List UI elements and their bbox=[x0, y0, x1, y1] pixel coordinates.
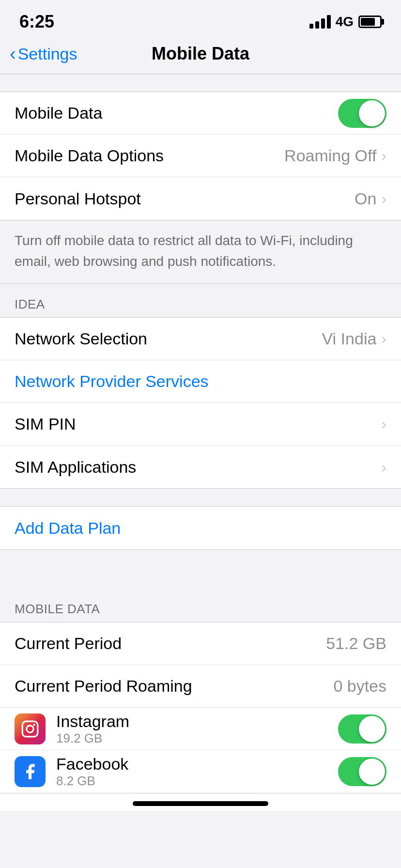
current-period-row: Current Period 51.2 GB bbox=[0, 622, 401, 665]
network-selection-row[interactable]: Network Selection Vi India › bbox=[0, 318, 401, 360]
current-period-amount: 51.2 GB bbox=[326, 634, 386, 653]
sim-applications-label: SIM Applications bbox=[15, 458, 136, 477]
mobile-data-label: Mobile Data bbox=[15, 104, 102, 123]
instagram-label-wrap: Instagram 19.2 GB bbox=[56, 712, 129, 746]
sim-pin-row[interactable]: SIM PIN › bbox=[0, 403, 401, 446]
home-bar bbox=[133, 801, 268, 806]
personal-hotspot-value: On › bbox=[355, 189, 386, 208]
facebook-toggle[interactable] bbox=[338, 757, 386, 786]
svg-point-2 bbox=[33, 723, 35, 726]
idea-group: Network Selection Vi India › Network Pro… bbox=[0, 317, 401, 489]
hotspot-status: On bbox=[355, 189, 376, 208]
chevron-right-icon: › bbox=[381, 415, 386, 433]
status-bar: 6:25 4G bbox=[0, 0, 401, 39]
signal-bars-icon bbox=[309, 15, 331, 29]
mobile-data-stats-header-label: MOBILE DATA bbox=[15, 602, 100, 616]
svg-point-1 bbox=[27, 725, 33, 732]
svg-rect-0 bbox=[22, 721, 38, 737]
current-period-value: 51.2 GB bbox=[326, 634, 386, 653]
personal-hotspot-label: Personal Hotspot bbox=[15, 189, 141, 208]
current-period-roaming-label: Current Period Roaming bbox=[15, 677, 192, 696]
idea-header-label: IDEA bbox=[15, 297, 45, 311]
facebook-label-wrap: Facebook 8.2 GB bbox=[56, 755, 128, 789]
back-button[interactable]: ‹ Settings bbox=[10, 44, 77, 64]
top-spacer bbox=[0, 74, 401, 92]
mobile-data-options-value: Roaming Off › bbox=[284, 146, 386, 165]
chevron-right-icon: › bbox=[381, 458, 386, 476]
instagram-name: Instagram bbox=[56, 712, 129, 731]
instagram-icon bbox=[15, 713, 46, 744]
info-section: Turn off mobile data to restrict all dat… bbox=[0, 220, 401, 284]
mid-spacer bbox=[0, 489, 401, 506]
chevron-right-icon: › bbox=[381, 190, 386, 208]
facebook-app-info: Facebook 8.2 GB bbox=[15, 755, 128, 789]
status-time: 6:25 bbox=[19, 12, 54, 32]
network-type-label: 4G bbox=[336, 14, 354, 30]
home-indicator bbox=[0, 793, 401, 811]
status-icons: 4G bbox=[309, 14, 382, 30]
mobile-data-stats-header: MOBILE DATA bbox=[0, 589, 401, 622]
network-selection-value: Vi India › bbox=[322, 329, 386, 348]
roaming-status: Roaming Off bbox=[284, 146, 376, 165]
mobile-data-toggle[interactable] bbox=[338, 99, 386, 128]
page-title: Mobile Data bbox=[152, 44, 249, 64]
facebook-row: Facebook 8.2 GB bbox=[0, 750, 401, 793]
current-period-label: Current Period bbox=[15, 634, 122, 653]
toggle-thumb bbox=[359, 759, 385, 785]
chevron-right-icon: › bbox=[381, 147, 386, 165]
idea-section-header: IDEA bbox=[0, 284, 401, 317]
back-chevron-icon: ‹ bbox=[10, 44, 16, 64]
instagram-toggle[interactable] bbox=[338, 714, 386, 744]
instagram-size: 19.2 GB bbox=[56, 731, 129, 746]
battery-icon bbox=[358, 16, 382, 28]
sim-applications-value: › bbox=[381, 458, 386, 476]
network-provider-services-row[interactable]: Network Provider Services bbox=[0, 360, 401, 403]
sim-applications-row[interactable]: SIM Applications › bbox=[0, 446, 401, 488]
large-spacer bbox=[0, 550, 401, 589]
current-period-roaming-row: Current Period Roaming 0 bytes bbox=[0, 665, 401, 708]
back-label: Settings bbox=[18, 45, 77, 63]
mobile-data-row: Mobile Data bbox=[0, 92, 401, 135]
instagram-row: Instagram 19.2 GB bbox=[0, 708, 401, 750]
mobile-data-stats-group: Current Period 51.2 GB Current Period Ro… bbox=[0, 622, 401, 793]
network-provider-services-label: Network Provider Services bbox=[15, 372, 209, 391]
mobile-data-group: Mobile Data Mobile Data Options Roaming … bbox=[0, 92, 401, 220]
sim-pin-label: SIM PIN bbox=[15, 415, 76, 434]
sim-pin-value: › bbox=[381, 415, 386, 433]
facebook-name: Facebook bbox=[56, 755, 128, 774]
current-period-roaming-value: 0 bytes bbox=[333, 677, 386, 696]
facebook-size: 8.2 GB bbox=[56, 774, 128, 789]
add-data-plan-group: Add Data Plan bbox=[0, 506, 401, 550]
toggle-thumb bbox=[359, 716, 385, 742]
nav-bar: ‹ Settings Mobile Data bbox=[0, 39, 401, 74]
info-text: Turn off mobile data to restrict all dat… bbox=[15, 233, 353, 269]
network-selection-label: Network Selection bbox=[15, 329, 147, 348]
mobile-data-options-label: Mobile Data Options bbox=[15, 146, 164, 165]
add-data-plan-label: Add Data Plan bbox=[15, 519, 121, 538]
facebook-icon bbox=[15, 756, 46, 787]
chevron-right-icon: › bbox=[381, 330, 386, 348]
mobile-data-options-row[interactable]: Mobile Data Options Roaming Off › bbox=[0, 135, 401, 177]
add-data-plan-row[interactable]: Add Data Plan bbox=[0, 507, 401, 549]
instagram-app-info: Instagram 19.2 GB bbox=[15, 712, 129, 746]
current-period-roaming-amount: 0 bytes bbox=[333, 677, 386, 696]
toggle-thumb bbox=[359, 100, 385, 126]
network-name: Vi India bbox=[322, 329, 377, 348]
personal-hotspot-row[interactable]: Personal Hotspot On › bbox=[0, 177, 401, 220]
